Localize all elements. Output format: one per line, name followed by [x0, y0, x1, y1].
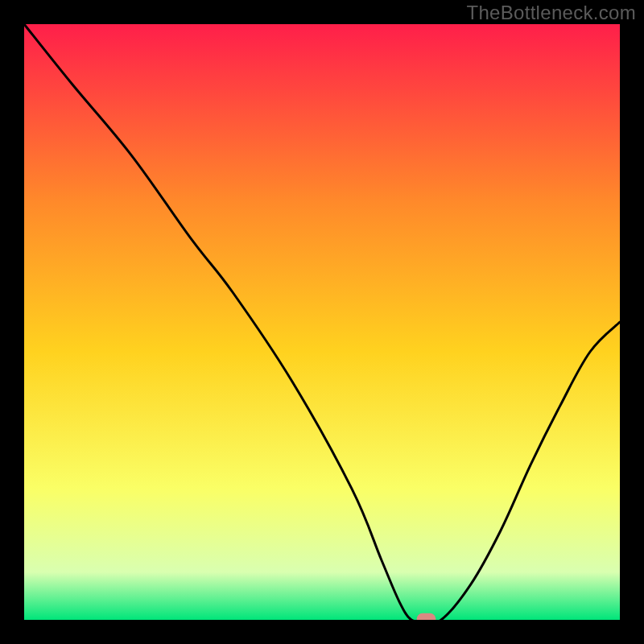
gradient-background — [24, 24, 620, 620]
watermark-text: TheBottleneck.com — [466, 2, 636, 24]
optimal-point-marker — [417, 613, 436, 620]
chart-frame: TheBottleneck.com — [0, 0, 644, 644]
chart-svg — [24, 24, 620, 620]
plot-area — [24, 24, 620, 620]
